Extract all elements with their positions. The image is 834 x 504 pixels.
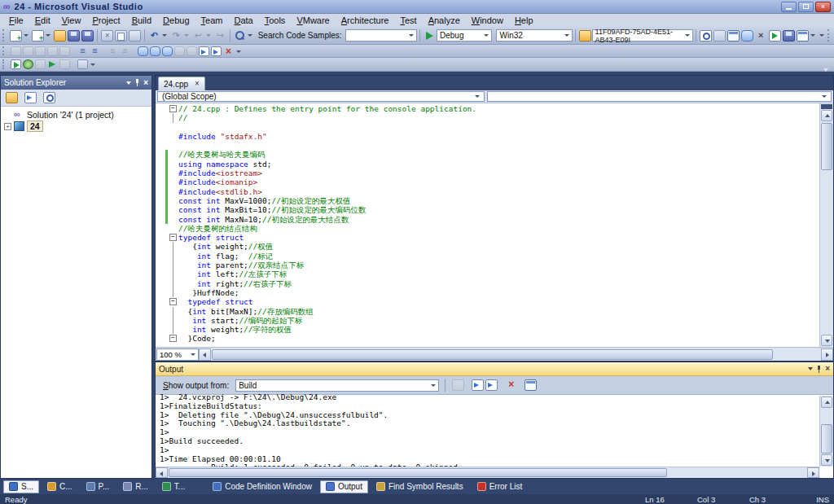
bottom-tab-r[interactable]: R... [117, 480, 154, 493]
scroll-right-icon[interactable] [807, 467, 819, 478]
scroll-thumb[interactable] [821, 424, 832, 454]
toolbar-grip[interactable] [2, 46, 7, 55]
undo-icon-button[interactable] [147, 29, 169, 42]
decrease-indent-icon-button[interactable] [77, 46, 89, 57]
show-all-files-icon-button[interactable] [24, 91, 37, 104]
auto-hide-pin-icon[interactable] [135, 79, 139, 86]
collapse-box-icon[interactable]: − [169, 105, 177, 112]
editor-vertical-scrollbar[interactable] [819, 103, 833, 347]
manage-snapshots-icon-button[interactable] [726, 29, 740, 42]
bottom-tab-code-definition-window[interactable]: Code Definition Window [207, 480, 318, 493]
attach-to-process-icon-button[interactable] [77, 59, 89, 70]
new-project-icon-button[interactable] [9, 29, 31, 42]
breakpoint-margin[interactable] [156, 160, 165, 169]
menu-item-build[interactable]: Build [126, 15, 157, 26]
editor-horizontal-scrollbar[interactable] [211, 348, 821, 361]
refresh-icon-button[interactable] [42, 91, 56, 104]
breakpoint-margin[interactable] [156, 187, 165, 196]
close-icon[interactable]: × [143, 79, 148, 87]
delete-comments-icon-button[interactable] [222, 46, 235, 57]
copy-icon-button[interactable] [114, 29, 128, 42]
close-tab-icon[interactable]: × [195, 80, 200, 88]
bottom-tab-output[interactable]: Output [320, 480, 368, 493]
breakpoint-margin[interactable] [156, 215, 165, 224]
menu-item-tools[interactable]: Tools [259, 15, 292, 26]
breakpoint-margin[interactable] [156, 150, 165, 159]
menu-item-project[interactable]: Project [86, 15, 125, 26]
zoom-level-combo[interactable]: 100 % [156, 348, 199, 361]
snapshot-settings-icon-button[interactable] [740, 29, 754, 42]
scroll-thumb[interactable] [821, 123, 832, 170]
breakpoint-margin[interactable] [156, 169, 165, 177]
breakpoint-margin[interactable] [156, 297, 165, 306]
start-vm-icon-button[interactable] [768, 29, 782, 42]
previous-message-icon-button[interactable] [471, 379, 485, 392]
code-editor[interactable]: −// 24.cpp : Defines the entry point for… [156, 103, 833, 347]
breakpoint-margin[interactable] [156, 325, 165, 334]
insert-comment-icon-button[interactable] [137, 46, 149, 57]
window-position-icon[interactable] [126, 81, 131, 85]
collapse-box-icon[interactable]: − [169, 298, 177, 305]
breakpoint-margin[interactable] [156, 196, 165, 205]
breakpoint-margin[interactable] [156, 261, 165, 270]
output-horizontal-scrollbar[interactable] [156, 467, 819, 478]
install-tools-icon-button[interactable] [782, 29, 796, 42]
vm-selector-button[interactable] [578, 29, 592, 42]
export-comments-icon-button[interactable] [210, 46, 222, 57]
restore-button[interactable] [798, 2, 814, 12]
scroll-right-icon[interactable] [821, 348, 833, 361]
scroll-left-icon[interactable] [199, 348, 211, 361]
types-combo[interactable]: (Global Scope) [157, 91, 485, 102]
auto-hide-pin-icon[interactable] [817, 366, 821, 373]
output-title-bar[interactable]: Output × [156, 362, 833, 376]
take-snapshot-icon-button[interactable] [699, 29, 713, 42]
expand-icon[interactable]: + [4, 123, 11, 130]
toolbar-grip[interactable] [2, 29, 6, 42]
previous-comment-icon-button[interactable] [149, 46, 161, 57]
close-button[interactable]: × [815, 2, 831, 12]
bottom-tab-s[interactable]: S... [3, 480, 39, 493]
tab-list-chevron-icon[interactable] [823, 72, 828, 86]
members-combo[interactable] [487, 91, 832, 102]
breakpoint-margin[interactable] [156, 132, 165, 141]
breakpoint-margin[interactable] [156, 113, 165, 122]
paste-icon-button[interactable] [128, 29, 142, 42]
menu-item-architecture[interactable]: Architecture [336, 15, 395, 26]
scroll-thumb[interactable] [169, 468, 667, 477]
toggle-word-wrap-icon-button[interactable] [524, 379, 538, 392]
collapse-box-icon[interactable]: − [169, 234, 177, 241]
breakpoint-margin[interactable] [156, 242, 165, 251]
project-node[interactable]: + 24 [2, 121, 150, 132]
breakpoint-margin[interactable] [156, 177, 165, 186]
solution-node[interactable]: Solution '24' (1 project) [2, 109, 150, 121]
revert-snapshot-icon-button[interactable] [713, 29, 726, 42]
configure-tools-icon-button[interactable] [754, 29, 768, 42]
fold-toggle-icon[interactable]: − [168, 104, 178, 113]
output-source-combo[interactable]: Build [235, 379, 439, 392]
toolbar-grip[interactable] [2, 59, 7, 68]
menu-item-window[interactable]: Window [466, 15, 509, 26]
save-all-icon-button[interactable] [81, 29, 94, 42]
document-tab[interactable]: 24.cpp × [158, 77, 205, 90]
breakpoint-margin[interactable] [156, 224, 165, 233]
window-position-icon[interactable] [808, 367, 813, 370]
add-item-icon-button[interactable] [31, 29, 53, 42]
solution-platform-combo[interactable]: Win32 [496, 29, 572, 42]
output-text[interactable]: 1> 24.vcxproj -> F:\24\.\Debug\24.exe1>F… [156, 393, 819, 467]
open-file-icon-button[interactable] [53, 29, 67, 42]
breakpoint-margin[interactable] [156, 141, 165, 150]
solution-configuration-combo[interactable]: Debug [437, 29, 493, 42]
next-comment-icon-button[interactable] [161, 46, 173, 57]
bottom-tab-error-list[interactable]: Error List [472, 480, 529, 493]
clear-all-icon-button[interactable] [504, 379, 518, 392]
toolbar-overflow-icon-button[interactable] [89, 59, 96, 70]
breakpoint-margin[interactable] [156, 270, 165, 278]
fold-toggle-icon[interactable]: − [168, 297, 178, 306]
breakpoint-margin[interactable] [156, 104, 165, 113]
save-icon-button[interactable] [67, 29, 81, 42]
solution-tree[interactable]: Solution '24' (1 project) + 24 [1, 107, 151, 134]
solution-explorer-title-bar[interactable]: Solution Explorer × [1, 76, 151, 90]
title-bar[interactable]: ∞ 24 - Microsoft Visual Studio × [0, 0, 834, 14]
output-vertical-scrollbar[interactable] [819, 396, 833, 467]
menu-item-test[interactable]: Test [394, 15, 422, 26]
